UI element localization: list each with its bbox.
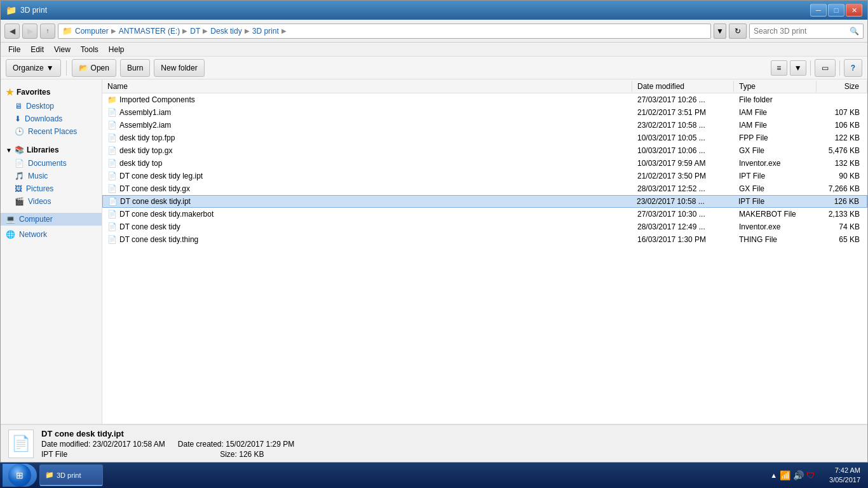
clock[interactable]: 7:42 AM 3/05/2017 (824, 466, 865, 485)
organize-button[interactable]: Organize ▼ (6, 59, 61, 77)
file-list: Name Date modified Type Size 📁 Imported … (102, 79, 867, 424)
sidebar-item-desktop[interactable]: 🖥 Desktop (1, 100, 102, 112)
file-cell-size: 107 KB (817, 107, 867, 118)
file-icon: 📄 (107, 159, 117, 168)
title-bar: 📁 3D print ─ □ ✕ (1, 1, 867, 20)
path-computer[interactable]: Computer (75, 27, 109, 36)
table-row[interactable]: 📄 desk tidy top.gx 10/03/2017 10:06 ... … (102, 144, 867, 157)
path-3d-print[interactable]: 3D print (252, 27, 279, 36)
status-filename: DT cone desk tidy.ipt (41, 429, 294, 438)
path-dt[interactable]: DT (190, 27, 200, 36)
table-row[interactable]: 📄 DT cone desk tidy leg.ipt 21/02/2017 3… (102, 170, 867, 182)
sidebar-item-pictures[interactable]: 🖼 Pictures (1, 182, 102, 195)
menu-help[interactable]: Help (104, 44, 130, 55)
table-row[interactable]: 📄 DT cone desk tidy.gx 28/03/2017 12:52 … (102, 182, 867, 195)
table-row[interactable]: 📄 DT cone desk tidy.thing 16/03/2017 1:3… (102, 233, 867, 246)
file-cell-date: 10/03/2017 9:59 AM (632, 158, 734, 168)
sidebar-item-music[interactable]: 🎵 Music (1, 170, 102, 182)
path-antmaster[interactable]: ANTMASTER (E:) (119, 27, 180, 36)
sidebar-item-downloads[interactable]: ⬇ Downloads (1, 112, 102, 125)
sidebar-item-videos[interactable]: 🎬 Videos (1, 195, 102, 208)
table-row[interactable]: 📄 desk tidy top.fpp 10/03/2017 10:05 ...… (102, 132, 867, 144)
forward-button[interactable]: ▶ (22, 24, 37, 39)
taskbar-item-explorer[interactable]: 📁 3D print (39, 464, 103, 486)
sidebar-item-network[interactable]: 🌐 Network (1, 228, 102, 241)
search-input[interactable] (754, 27, 850, 36)
file-cell-type: IPT File (734, 171, 817, 181)
status-file-type-icon: 📄 (11, 435, 31, 452)
address-path[interactable]: 📁 Computer ▶ ANTMASTER (E:) ▶ DT ▶ Desk … (58, 24, 711, 39)
table-row[interactable]: 📁 Imported Components 27/03/2017 10:26 .… (102, 93, 867, 106)
view-toggle-button[interactable]: ≡ (771, 60, 787, 76)
file-name-text: desk tidy top.fpp (119, 133, 175, 142)
menu-edit[interactable]: Edit (25, 44, 49, 55)
file-cell-name: 📄 Assembly1.iam (102, 107, 632, 118)
file-cell-type: IPT File (733, 196, 816, 207)
file-cell-name: 📄 DT cone desk tidy leg.ipt (102, 171, 632, 181)
file-cell-date: 21/02/2017 3:51 PM (632, 107, 734, 118)
tray-network-icon: 📶 (780, 470, 790, 480)
burn-button[interactable]: Burn (120, 59, 150, 77)
desktop-icon: 🖥 (15, 102, 22, 111)
table-row[interactable]: 📄 DT cone desk tidy.makerbot 27/03/2017 … (102, 208, 867, 220)
sidebar-item-documents[interactable]: 📄 Documents (1, 157, 102, 170)
open-button[interactable]: 📂 Open (72, 59, 116, 77)
column-header-name[interactable]: Name (102, 81, 632, 92)
status-type: IPT File Size: 126 KB (41, 450, 294, 459)
column-header-date[interactable]: Date modified (632, 81, 734, 92)
view-pane-button[interactable]: ▭ (815, 59, 836, 77)
new-folder-button[interactable]: New folder (154, 59, 204, 77)
file-cell-size: 5,476 KB (817, 146, 867, 156)
file-name-text: DT cone desk tidy.makerbot (119, 210, 214, 219)
close-button[interactable]: ✕ (846, 4, 862, 17)
pictures-icon: 🖼 (15, 184, 22, 193)
window-controls: ─ □ ✕ (810, 4, 862, 17)
path-desk-tidy[interactable]: Desk tidy (210, 27, 241, 36)
file-cell-size: 132 KB (817, 158, 867, 168)
clock-date: 3/05/2017 (829, 475, 860, 485)
table-row[interactable]: 📄 DT cone desk tidy.ipt 23/02/2017 10:58… (102, 195, 867, 208)
tray-arrow-icon[interactable]: ▲ (770, 471, 777, 479)
up-button[interactable]: ↑ (40, 24, 55, 39)
sidebar-item-recent-places[interactable]: 🕒 Recent Places (1, 125, 102, 138)
minimize-button[interactable]: ─ (810, 4, 827, 17)
sidebar-item-computer[interactable]: 💻 Computer (1, 213, 102, 226)
table-row[interactable]: 📄 DT cone desk tidy 28/03/2017 12:49 ...… (102, 220, 867, 233)
sidebar-favorites-header[interactable]: ★ Favorites (1, 85, 102, 100)
music-label: Music (28, 172, 48, 180)
taskbar-item-label: 3D print (57, 471, 81, 479)
status-date-modified-value: 23/02/2017 10:58 AM (93, 440, 165, 449)
file-cell-size: 90 KB (817, 171, 867, 181)
menu-view[interactable]: View (49, 44, 76, 55)
menu-file[interactable]: File (3, 44, 25, 55)
table-row[interactable]: 📄 Assembly1.iam 21/02/2017 3:51 PM IAM F… (102, 106, 867, 119)
sidebar-libraries-header[interactable]: ▼ 📚 Libraries (1, 143, 102, 157)
libraries-icon: 📚 (15, 146, 24, 154)
file-icon: 📄 (107, 172, 117, 180)
file-name-text: desk tidy top (119, 159, 162, 168)
menu-tools[interactable]: Tools (76, 44, 104, 55)
table-row[interactable]: 📄 desk tidy top 10/03/2017 9:59 AM Inven… (102, 157, 867, 170)
view-dropdown-button[interactable]: ▼ (790, 60, 806, 76)
status-size-label: Size: (220, 450, 237, 459)
status-date-created-value: 15/02/2017 1:29 PM (226, 440, 294, 449)
file-cell-date: 21/02/2017 3:50 PM (632, 171, 734, 181)
maximize-button[interactable]: □ (828, 4, 844, 17)
table-row[interactable]: 📄 Assembly2.iam 23/02/2017 10:58 ... IAM… (102, 119, 867, 132)
file-cell-type: Inventor.exe (734, 158, 817, 168)
start-button[interactable]: ⊞ (3, 464, 37, 487)
status-date-modified-label: Date modified: (41, 440, 90, 449)
help-button[interactable]: ? (844, 59, 862, 77)
column-header-size[interactable]: Size (817, 81, 867, 92)
file-cell-size: 2,133 KB (817, 209, 867, 219)
column-header-type[interactable]: Type (734, 81, 817, 92)
system-tray: ▲ 📶 🔊 🛡 (765, 470, 820, 480)
refresh-button[interactable]: ↻ (729, 24, 747, 39)
downloads-icon: ⬇ (15, 114, 21, 123)
file-cell-date: 28/03/2017 12:49 ... (632, 222, 734, 232)
file-icon: 📁 (107, 95, 117, 104)
path-dropdown-button[interactable]: ▼ (714, 24, 726, 39)
search-box: 🔍 (749, 24, 864, 39)
back-button[interactable]: ◀ (4, 24, 20, 39)
file-cell-date: 27/03/2017 10:26 ... (632, 95, 734, 105)
